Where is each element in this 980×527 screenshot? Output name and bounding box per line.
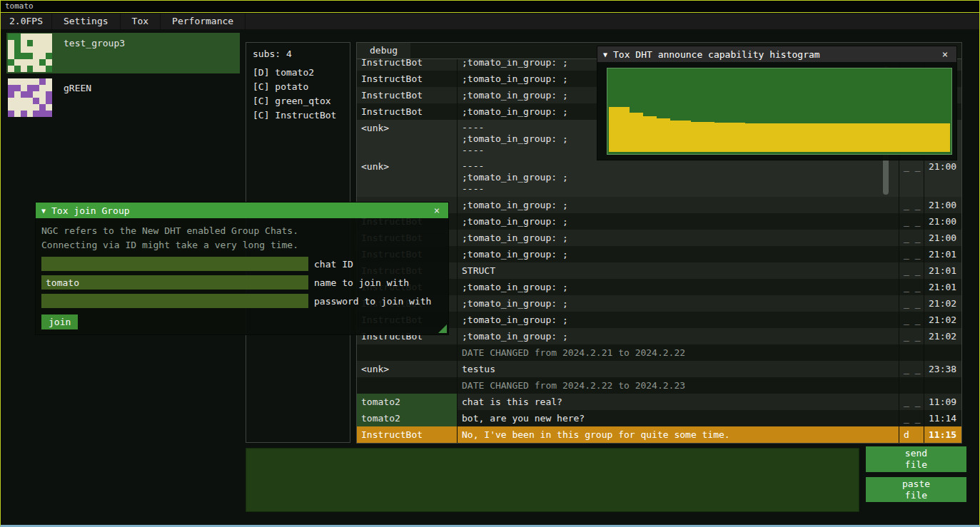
join-password-input[interactable] — [41, 294, 308, 308]
message-text: testus — [457, 361, 899, 377]
message-time — [924, 377, 961, 394]
sender-name: <unk> — [357, 120, 457, 158]
message-time: 21:02 — [924, 295, 961, 312]
delivery-flags: _ _ — [899, 295, 924, 312]
message-time: 11:09 — [924, 394, 961, 410]
send-file-label-line2: file — [866, 459, 966, 471]
message-time: 21:02 — [924, 312, 961, 328]
window-titlebar[interactable]: tomato — [1, 1, 979, 13]
join-password-input-label: password to join with — [314, 296, 431, 307]
send-file-label-line1: send — [866, 448, 966, 459]
send-file-button[interactable]: send file — [866, 446, 966, 472]
message-text: No, I've been in this group for quite so… — [457, 426, 899, 444]
close-icon[interactable]: × — [939, 48, 951, 60]
window-title: tomato — [5, 1, 34, 11]
group-name: gREEN — [64, 83, 91, 93]
histogram-titlebar[interactable]: ▼ Tox DHT announce capability histogram … — [597, 46, 956, 62]
fps-indicator: 2.0FPS — [1, 14, 52, 29]
join-group-title: Tox join Group — [51, 205, 431, 216]
date-separator: DATE CHANGED from 2024.2.22 to 2024.2.23 — [457, 377, 899, 394]
paste-file-button[interactable]: paste file — [866, 477, 966, 502]
join-name-input[interactable] — [41, 275, 308, 290]
menu-item-settings[interactable]: Settings — [52, 14, 121, 29]
message-text: ;tomato_in_group: ; — [457, 197, 899, 213]
group-item-gREEN[interactable]: gREEN — [6, 78, 240, 118]
delivery-flags: _ _ — [899, 230, 924, 246]
message-time: 11:15 — [924, 426, 961, 444]
app-window: tomato 2.0FPS SettingsToxPerformance tes… — [0, 0, 980, 527]
member-list: [D] tomato2[C] potato[C] green_qtox[C] I… — [253, 66, 343, 123]
sender-name: InstructBot — [357, 87, 457, 103]
sender-name: InstructBot — [357, 103, 457, 120]
resize-grip[interactable] — [438, 324, 447, 333]
histogram-title: Tox DHT announce capability histogram — [613, 49, 939, 60]
sender-name — [357, 344, 457, 361]
message-time: 21:00 — [924, 197, 961, 213]
join-name-input-label: name to join with — [314, 277, 409, 288]
chat-id-input[interactable] — [41, 257, 308, 271]
join-fields: chat IDname to join withpassword to join… — [41, 257, 443, 308]
join-group-body: NGC refers to the New DHT enabled Group … — [36, 218, 448, 334]
close-icon[interactable]: × — [431, 205, 443, 216]
member-item[interactable]: [C] green_qtox — [253, 94, 343, 108]
histogram-bar — [714, 123, 745, 152]
join-field-row: chat ID — [41, 257, 443, 271]
delivery-flags: _ _ — [899, 246, 924, 262]
sender-name: InstructBot — [357, 426, 457, 444]
collapse-icon[interactable]: ▼ — [41, 207, 46, 215]
group-list: test_group3gREEN — [6, 33, 240, 123]
message-time: 23:38 — [924, 361, 961, 377]
delivery-flags: _ _ — [899, 394, 924, 410]
chat-message-row[interactable]: <unk>testus_ _23:38 — [357, 361, 961, 377]
sender-name: InstructBot — [357, 71, 457, 87]
collapse-icon[interactable]: ▼ — [603, 51, 607, 58]
member-item[interactable]: [C] InstructBot — [253, 108, 343, 123]
histogram-bar — [691, 122, 714, 152]
join-button[interactable]: join — [41, 314, 78, 329]
menu-items: SettingsToxPerformance — [52, 14, 246, 29]
message-text: ----;tomato_in_group: ;---- — [457, 158, 899, 197]
group-avatar — [8, 34, 52, 72]
histogram-bar — [643, 116, 657, 152]
chat-message-row[interactable]: tomato2chat is this real?_ _11:09 — [357, 394, 961, 410]
date-separator-row[interactable]: DATE CHANGED from 2024.2.21 to 2024.2.22 — [357, 344, 961, 361]
menu-item-tox[interactable]: Tox — [121, 14, 161, 29]
delivery-flags: _ _ — [899, 410, 924, 426]
paste-file-label-line1: paste — [866, 479, 966, 490]
menu-bar: 2.0FPS SettingsToxPerformance — [1, 14, 979, 29]
message-time: 21:00 — [924, 158, 961, 197]
member-item[interactable]: [C] potato — [253, 80, 343, 94]
join-group-window: ▼ Tox join Group × NGC refers to the New… — [35, 202, 449, 335]
message-text: ;tomato_in_group: ; — [457, 312, 899, 328]
message-text: chat is this real? — [457, 394, 899, 410]
sender-name — [357, 377, 457, 394]
message-time: 21:01 — [924, 279, 961, 295]
join-group-titlebar[interactable]: ▼ Tox join Group × — [36, 203, 448, 218]
message-input[interactable] — [246, 448, 859, 512]
delivery-flags: _ _ — [899, 279, 924, 295]
message-text: ;tomato_in_group: ; — [457, 230, 899, 246]
message-time: 21:01 — [924, 246, 961, 262]
histogram-bar — [609, 107, 630, 152]
group-item-test_group3[interactable]: test_group3 — [6, 33, 240, 73]
chat-id-input-label: chat ID — [314, 259, 353, 270]
date-separator-row[interactable]: DATE CHANGED from 2024.2.22 to 2024.2.23 — [357, 377, 961, 394]
histogram-plot[interactable] — [607, 68, 952, 155]
menu-item-performance[interactable]: Performance — [161, 14, 246, 29]
histogram-bar — [630, 113, 643, 152]
message-time: 11:14 — [924, 410, 961, 426]
join-field-row: password to join with — [41, 294, 443, 308]
message-text: ;tomato_in_group: ; — [457, 295, 899, 312]
tab-debug[interactable]: debug — [357, 43, 410, 58]
delivery-flags: _ _ — [899, 361, 924, 377]
message-text: ;tomato_in_group: ; — [457, 246, 899, 262]
message-text: ;tomato_in_group: ; — [457, 328, 899, 344]
chat-message-row[interactable]: tomato2bot, are you new here?_ _11:14 — [357, 410, 961, 426]
delivery-flags: _ _ — [899, 158, 924, 197]
sender-name: tomato2 — [357, 394, 457, 410]
member-item[interactable]: [D] tomato2 — [253, 66, 343, 80]
sender-name: <unk> — [357, 158, 457, 197]
chat-message-row[interactable]: <unk>----;tomato_in_group: ;----_ _21:00 — [357, 158, 961, 197]
delivery-flags: d — [899, 426, 924, 444]
chat-message-row[interactable]: InstructBotNo, I've been in this group f… — [357, 426, 961, 444]
